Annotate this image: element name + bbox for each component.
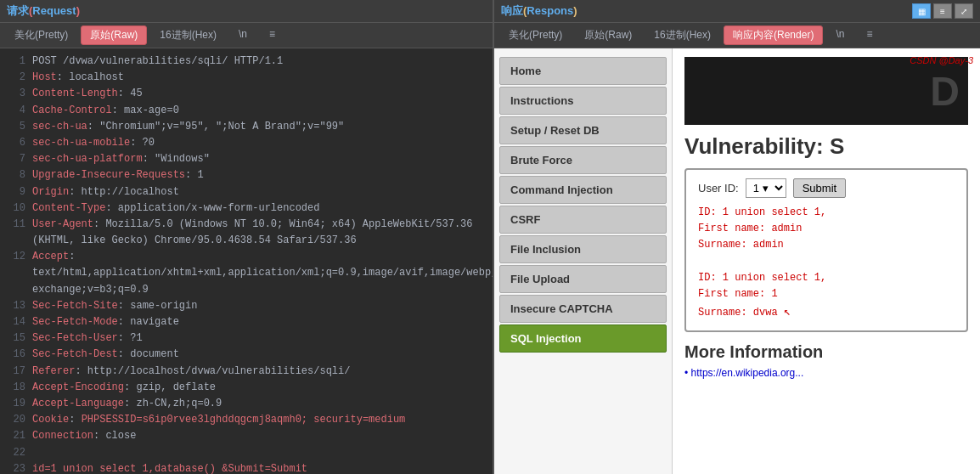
tab-newline-left[interactable]: \n — [229, 25, 256, 45]
code-line-14: 14 Sec-Fetch-Mode: navigate — [7, 314, 486, 330]
nav-item-csrf[interactable]: CSRF — [499, 206, 667, 234]
nav-item-file-upload[interactable]: File Upload — [499, 265, 667, 293]
right-title: 响应(Respons) — [501, 3, 577, 19]
tab-newline-right[interactable]: \n — [826, 25, 853, 45]
banner-letter: D — [930, 68, 960, 115]
code-line-4: 4 Cache-Control: max-age=0 — [7, 103, 486, 119]
left-tab-bar: 美化(Pretty) 原始(Raw) 16进制(Hex) \n ≡ — [0, 23, 493, 48]
nav-item-home[interactable]: Home — [499, 57, 667, 85]
right-content-area: Home Instructions Setup / Reset DB Brute… — [494, 48, 980, 474]
code-line-11: 11 User-Agent: Mozilla/5.0 (Windows NT 1… — [7, 217, 486, 249]
code-line-3: 3 Content-Length: 45 — [7, 86, 486, 102]
code-line-16: 16 Sec-Fetch-Dest: document — [7, 347, 486, 363]
tab-render-right[interactable]: 响应内容(Render) — [724, 25, 823, 45]
more-info-link[interactable]: • https://en.wikipedia.org... — [684, 367, 968, 379]
user-id-label: User ID: — [698, 182, 739, 195]
right-title-cn: 响应 — [501, 4, 523, 17]
nav-item-command-injection[interactable]: Command Injection — [499, 176, 667, 204]
right-tab-bar: 美化(Pretty) 原始(Raw) 16进制(Hex) 响应内容(Render… — [494, 23, 980, 48]
tab-raw-left[interactable]: 原始(Raw) — [81, 25, 147, 45]
user-id-select[interactable]: 1 ▾ — [746, 178, 786, 198]
code-line-12: 12 Accept: text/html,application/xhtml+x… — [7, 249, 486, 298]
code-line-17: 17 Referer: http://localhost/dvwa/vulner… — [7, 364, 486, 380]
list-icon[interactable]: ≡ — [933, 3, 952, 19]
left-header: 请求(Request) — [0, 0, 493, 23]
code-line-2: 2 Host: localhost — [7, 70, 486, 86]
right-header: 响应(Respons) ▦ ≡ ⤢ — [494, 0, 980, 23]
vuln-title: Vulnerability: S — [684, 133, 968, 160]
tab-menu-right[interactable]: ≡ — [857, 25, 881, 45]
code-line-20: 20 Cookie: PHPSESSID=s6ip0rvee3lghddqgcm… — [7, 412, 486, 428]
nav-item-instructions[interactable]: Instructions — [499, 87, 667, 115]
code-line-5: 5 sec-ch-ua: "Chromium";v="95", ";Not A … — [7, 119, 486, 135]
nav-item-sql-injection[interactable]: SQL Injection — [499, 324, 667, 353]
code-line-22: 22 — [7, 445, 486, 461]
request-code-area: 1 POST /dvwa/vulnerabilities/sqli/ HTTP/… — [0, 48, 493, 474]
tab-menu-left[interactable]: ≡ — [260, 25, 284, 45]
code-line-18: 18 Accept-Encoding: gzip, deflate — [7, 380, 486, 396]
code-line-21: 21 Connection: close — [7, 428, 486, 444]
left-title-cn: 请求 — [7, 4, 29, 17]
more-info-title: More Information — [684, 342, 968, 362]
expand-icon[interactable]: ⤢ — [955, 3, 973, 19]
code-line-6: 6 sec-ch-ua-mobile: ?0 — [7, 135, 486, 151]
tab-hex-right[interactable]: 16进制(Hex) — [645, 25, 720, 45]
page-content: D Vulnerability: S User ID: 1 ▾ Submit I… — [673, 48, 980, 474]
tab-pretty-left[interactable]: 美化(Pretty) — [5, 25, 77, 45]
result-text: ID: 1 union select 1, First name: admin … — [698, 205, 955, 322]
code-line-7: 7 sec-ch-ua-platform: "Windows" — [7, 151, 486, 167]
tab-raw-right[interactable]: 原始(Raw) — [575, 25, 641, 45]
code-line-10: 10 Content-Type: application/x-www-form-… — [7, 200, 486, 217]
code-line-15: 15 Sec-Fetch-User: ?1 — [7, 330, 486, 347]
sql-injection-form: User ID: 1 ▾ Submit ID: 1 union select 1… — [684, 168, 968, 332]
left-title: 请求(Request) — [7, 3, 80, 19]
right-title-en: Respons — [527, 4, 573, 17]
csdn-tag: CSDN @Day-3 — [910, 55, 973, 65]
nav-item-insecure-captcha[interactable]: Insecure CAPTCHA — [499, 295, 667, 323]
nav-item-setup[interactable]: Setup / Reset DB — [499, 116, 667, 144]
right-panel: 响应(Respons) ▦ ≡ ⤢ 美化(Pretty) 原始(Raw) 16进… — [494, 0, 980, 474]
dark-banner: D — [684, 57, 968, 125]
code-line-8: 8 Upgrade-Insecure-Requests: 1 — [7, 167, 486, 183]
code-line-23: 23 id=1 union select 1,database() &Submi… — [7, 461, 486, 474]
nav-item-file-inclusion[interactable]: File Inclusion — [499, 235, 667, 263]
code-line-1: 1 POST /dvwa/vulnerabilities/sqli/ HTTP/… — [7, 54, 486, 70]
form-row: User ID: 1 ▾ Submit — [698, 178, 955, 198]
nav-item-brute-force[interactable]: Brute Force — [499, 146, 667, 174]
code-line-9: 9 Origin: http://localhost — [7, 184, 486, 200]
submit-button[interactable]: Submit — [793, 178, 846, 198]
code-line-19: 19 Accept-Language: zh-CN,zh;q=0.9 — [7, 396, 486, 412]
left-panel: 请求(Request) 美化(Pretty) 原始(Raw) 16进制(Hex)… — [0, 0, 494, 474]
nav-menu: Home Instructions Setup / Reset DB Brute… — [494, 48, 673, 474]
tab-hex-left[interactable]: 16进制(Hex) — [150, 25, 226, 45]
tab-pretty-right[interactable]: 美化(Pretty) — [499, 25, 572, 45]
code-line-13: 13 Sec-Fetch-Site: same-origin — [7, 298, 486, 314]
left-title-en: Request — [32, 4, 76, 17]
grid-icon[interactable]: ▦ — [912, 3, 931, 19]
